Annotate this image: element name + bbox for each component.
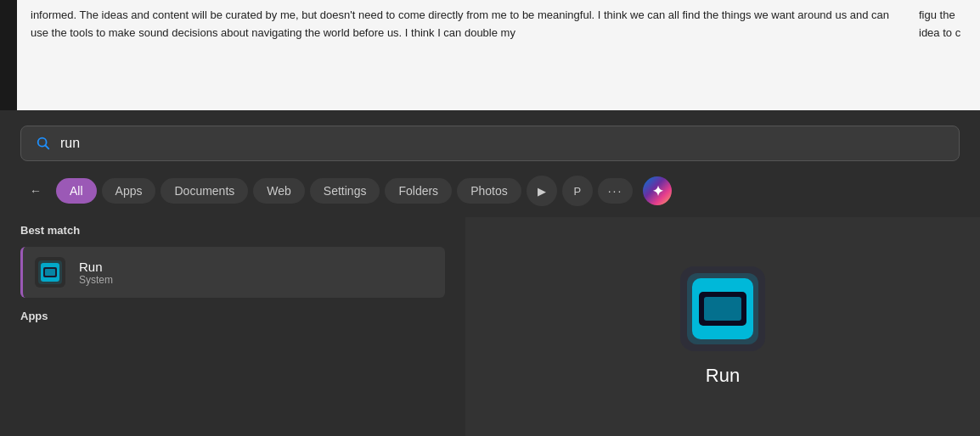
tab-web[interactable]: Web (253, 178, 305, 204)
left-panel: Best match Run System (0, 217, 465, 436)
tab-folders[interactable]: Folders (385, 178, 452, 204)
svg-line-1 (45, 145, 48, 148)
tab-settings[interactable]: Settings (310, 178, 380, 204)
tab-apps[interactable]: Apps (102, 178, 156, 204)
run-icon-small (33, 255, 67, 289)
tab-documents[interactable]: Documents (161, 178, 248, 204)
svg-rect-13 (704, 297, 741, 321)
copilot-button[interactable]: ✦ (641, 175, 673, 207)
back-button[interactable]: ← (20, 176, 51, 206)
background-document: informed. The ideas and content will be … (0, 0, 980, 110)
run-icon-large (680, 266, 765, 351)
best-match-label: Best match (20, 224, 445, 237)
results-area: Best match Run System (0, 217, 980, 436)
bg-text: informed. The ideas and content will be … (17, 0, 912, 110)
apps-label: Apps (20, 310, 445, 322)
search-bar-container (0, 110, 980, 171)
result-name: Run (79, 260, 113, 274)
more-tab-button[interactable]: ··· (598, 178, 634, 204)
bg-text-right: figu the idea to c (912, 0, 980, 110)
bg-sidebar (0, 0, 17, 110)
result-sub: System (79, 274, 113, 286)
search-icon (35, 135, 52, 152)
tab-photos[interactable]: Photos (457, 178, 521, 204)
play-tab-button[interactable]: ▶ (527, 176, 557, 206)
svg-text:✦: ✦ (652, 184, 664, 198)
search-bar (20, 126, 960, 161)
tab-all[interactable]: All (56, 178, 97, 204)
right-panel: Run (465, 217, 980, 436)
search-panel: ← All Apps Documents Web Settings Folder… (0, 110, 980, 436)
run-label-large: Run (706, 365, 740, 387)
svg-rect-8 (45, 269, 55, 276)
result-text: Run System (79, 260, 113, 286)
filter-tabs: ← All Apps Documents Web Settings Folder… (0, 171, 980, 217)
p-tab-button[interactable]: P (562, 176, 593, 206)
search-input[interactable] (60, 136, 945, 151)
best-match-item[interactable]: Run System (20, 247, 445, 298)
